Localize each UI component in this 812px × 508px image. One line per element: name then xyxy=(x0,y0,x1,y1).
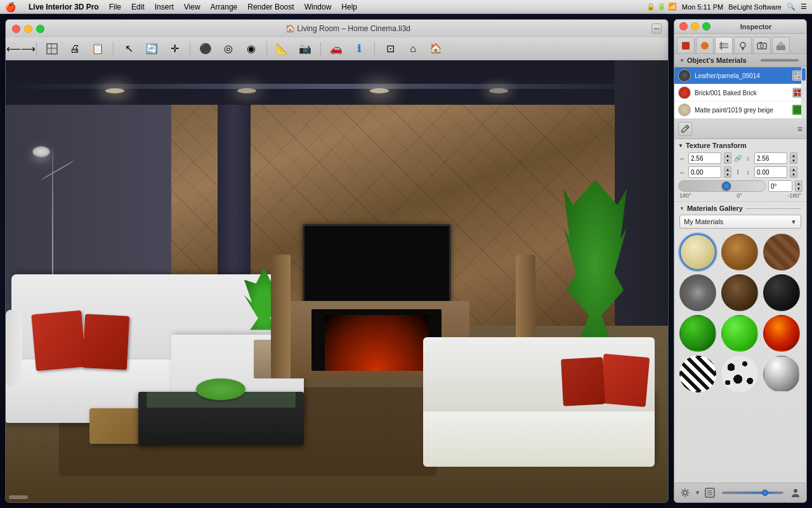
offset-y-down[interactable]: ▼ xyxy=(790,172,797,178)
gallery-dropdown[interactable]: My Materials ▼ xyxy=(679,215,801,229)
menu-insert[interactable]: Insert xyxy=(155,3,174,11)
tool-measure[interactable]: 📐 xyxy=(272,40,292,58)
eyedropper-tool[interactable] xyxy=(678,122,692,136)
angle-spinner[interactable]: ▲ ▼ xyxy=(795,180,802,192)
swatch-12[interactable] xyxy=(763,356,800,392)
zoom-slider[interactable] xyxy=(722,491,783,494)
tool-view-square[interactable]: ⊡ xyxy=(380,40,400,58)
swatch-2[interactable] xyxy=(721,234,758,271)
tool-list[interactable]: 📋 xyxy=(88,40,108,58)
settings-icon[interactable] xyxy=(678,486,692,500)
tool-sphere[interactable]: ⚫ xyxy=(195,40,216,58)
tab-texture[interactable] xyxy=(715,37,733,53)
scale-y-input[interactable]: 2.56 xyxy=(754,152,787,164)
svg-rect-3 xyxy=(682,42,690,50)
apple-menu[interactable]: 🍎 xyxy=(5,2,16,12)
svg-rect-24 xyxy=(797,90,801,92)
scene-3d[interactable] xyxy=(6,60,668,502)
scale-x-spinner[interactable]: ▲ ▼ xyxy=(724,152,731,164)
scale-x-input[interactable]: 2.56 xyxy=(688,152,721,164)
angle-slider[interactable] xyxy=(678,180,766,192)
tool-info[interactable]: ℹ xyxy=(349,40,369,58)
tool-target[interactable]: ◉ xyxy=(241,40,261,58)
tab-lights[interactable] xyxy=(734,37,752,53)
scene-viewport[interactable] xyxy=(6,60,668,502)
menu-render-boost[interactable]: Render Boost xyxy=(247,3,294,11)
menu-app[interactable]: Live Interior 3D Pro xyxy=(29,3,99,11)
inspector-maximize[interactable] xyxy=(702,22,710,30)
svg-rect-12 xyxy=(757,43,766,49)
menu-file[interactable]: File xyxy=(109,3,121,11)
offset-x-down[interactable]: ▼ xyxy=(724,172,731,178)
menubar-menu[interactable]: ☰ xyxy=(801,3,807,11)
material-swatch-0 xyxy=(678,69,691,82)
tab-object[interactable] xyxy=(677,37,695,53)
material-item-0[interactable]: Leather/pamela_09014 xyxy=(674,67,806,84)
offset-y-spinner[interactable]: ▲ ▼ xyxy=(790,166,797,178)
offset-y-up[interactable]: ▲ xyxy=(790,166,797,172)
swatch-1[interactable] xyxy=(679,234,716,271)
tool-select[interactable]: ↖ xyxy=(119,40,139,58)
inspector-minimize[interactable] xyxy=(691,22,699,30)
inspector-close[interactable] xyxy=(679,22,688,30)
scale-x-label: ↔ xyxy=(678,155,686,162)
angle-input[interactable]: 0° xyxy=(768,180,792,192)
swatch-11[interactable] xyxy=(721,356,758,392)
gear-dropdown[interactable]: ▼ xyxy=(695,490,700,496)
scale-x-up[interactable]: ▲ xyxy=(724,152,731,158)
tool-car[interactable]: 🚗 xyxy=(326,40,346,58)
menu-help[interactable]: Help xyxy=(341,3,357,11)
menu-view[interactable]: View xyxy=(184,3,200,11)
tool-print[interactable]: 🖨 xyxy=(65,40,85,58)
menu-window[interactable]: Window xyxy=(304,3,332,11)
menu-arrange[interactable]: Arrange xyxy=(211,3,238,11)
menubar-search[interactable]: 🔍 xyxy=(787,3,796,11)
offset-x-spinner[interactable]: ▲ ▼ xyxy=(724,166,731,178)
offset-x-up[interactable]: ▲ xyxy=(724,166,731,172)
offset-x-input[interactable]: 0.00 xyxy=(688,166,721,178)
minimize-button[interactable] xyxy=(24,25,32,33)
scale-y-spinner[interactable]: ▲ ▼ xyxy=(790,152,797,164)
tools-menu[interactable]: ≡ xyxy=(797,124,802,134)
angle-thumb[interactable] xyxy=(722,182,731,190)
tab-camera[interactable] xyxy=(753,37,771,53)
swatch-10[interactable] xyxy=(679,356,716,392)
tool-circle[interactable]: ◎ xyxy=(218,40,239,58)
gallery-header: ▼ Materials Gallery xyxy=(679,204,801,212)
swatch-5[interactable] xyxy=(721,274,758,311)
maximize-button[interactable] xyxy=(36,25,44,33)
material-item-2[interactable]: Matte paint/1019 grey beige xyxy=(674,102,806,119)
toolbar-sep-5 xyxy=(320,42,321,56)
tool-nav[interactable]: ⟵⟶ xyxy=(11,40,31,58)
angle-up[interactable]: ▲ xyxy=(795,180,802,186)
tab-scene[interactable] xyxy=(772,37,790,53)
export-icon[interactable] xyxy=(703,486,717,500)
menu-edit[interactable]: Edit xyxy=(131,3,145,11)
material-item-1[interactable]: Brick/001 Baked Brick xyxy=(674,84,806,102)
scale-y-up[interactable]: ▲ xyxy=(790,152,797,158)
angle-down[interactable]: ▼ xyxy=(795,186,802,192)
swatch-4[interactable] xyxy=(679,274,716,311)
swatch-9[interactable] xyxy=(763,315,800,352)
offset-y-input[interactable]: 0.00 xyxy=(754,166,787,178)
tool-view-home[interactable]: ⌂ xyxy=(403,40,423,58)
ceiling-light-1 xyxy=(105,88,124,93)
scrollbar-thumb[interactable] xyxy=(802,68,806,81)
scale-x-down[interactable]: ▼ xyxy=(724,158,731,164)
tool-camera[interactable]: 📷 xyxy=(295,40,315,58)
tool-pan[interactable]: ✛ xyxy=(164,40,185,58)
swatch-8[interactable] xyxy=(721,315,758,352)
materials-scrollbar[interactable] xyxy=(801,67,806,119)
swatch-7[interactable] xyxy=(679,315,716,352)
scale-y-down[interactable]: ▼ xyxy=(790,158,797,164)
tool-orbit[interactable]: 🔄 xyxy=(141,40,162,58)
swatch-6[interactable] xyxy=(763,274,800,311)
tab-material[interactable] xyxy=(696,37,714,53)
window-resize-btn[interactable]: — xyxy=(652,23,662,34)
close-button[interactable] xyxy=(12,25,20,33)
swatch-3[interactable] xyxy=(763,234,800,271)
tool-view-3d[interactable]: 🏠 xyxy=(426,40,446,58)
person-icon[interactable] xyxy=(789,486,802,500)
tool-floor-plan[interactable] xyxy=(42,40,62,58)
zoom-thumb[interactable] xyxy=(762,490,768,496)
